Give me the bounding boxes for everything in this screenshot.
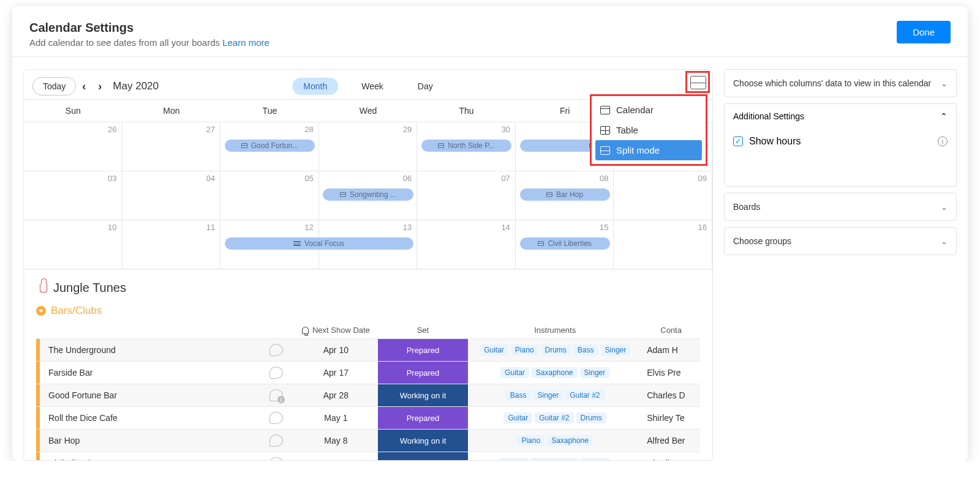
- done-button[interactable]: Done: [897, 21, 951, 43]
- groups-panel[interactable]: Choose groups ⌄: [724, 227, 957, 255]
- table-row[interactable]: Bar HopMay 8Working on itPianoSaxaphoneA…: [36, 430, 700, 452]
- tag[interactable]: Saxaphone: [532, 367, 578, 378]
- table-row[interactable]: Farside BarApr 17PreparedGuitarSaxaphone…: [36, 362, 700, 384]
- chat-icon[interactable]: [270, 412, 283, 424]
- status-cell[interactable]: Working on it: [378, 452, 468, 461]
- tag[interactable]: Singer: [580, 458, 610, 461]
- tag[interactable]: Piano: [517, 435, 545, 446]
- page-title: Calendar Settings: [29, 21, 270, 35]
- day-cell[interactable]: 05: [221, 171, 319, 220]
- dow-cell: Sun: [24, 100, 123, 122]
- tag[interactable]: Saxaphone: [547, 435, 593, 446]
- boards-panel[interactable]: Boards ⌄: [724, 193, 957, 221]
- group-header[interactable]: Bars/Clubs: [36, 305, 700, 317]
- layout-option-calendar[interactable]: Calendar: [595, 100, 702, 120]
- contact-cell: Elvis Pre: [642, 362, 700, 384]
- additional-settings-header[interactable]: Additional Settings ⌃: [725, 104, 956, 128]
- tag[interactable]: Saxaphone: [532, 458, 578, 461]
- table-icon: [600, 126, 610, 135]
- chat-icon[interactable]: [270, 367, 283, 379]
- show-hours-checkbox[interactable]: ✓: [733, 136, 743, 146]
- calendar-event[interactable]: Bar Hop: [520, 188, 610, 201]
- layout-option-table[interactable]: Table: [595, 120, 702, 140]
- tag[interactable]: Guitar: [480, 344, 508, 356]
- tags-cell: GuitarPianoDrumsBassSinger: [468, 339, 642, 362]
- tag[interactable]: Guitar #2: [535, 412, 573, 423]
- contact-cell: Alfred Ber: [642, 430, 700, 452]
- day-cell[interactable]: 07: [417, 171, 516, 220]
- tag[interactable]: Bass: [506, 390, 531, 401]
- status-cell[interactable]: Prepared: [378, 407, 468, 429]
- tag[interactable]: Drums: [541, 344, 571, 356]
- tag[interactable]: Singer: [601, 344, 631, 356]
- split-icon: [600, 146, 610, 155]
- day-cell[interactable]: 27: [123, 122, 221, 171]
- view-week[interactable]: Week: [350, 78, 394, 95]
- tag[interactable]: Singer: [533, 390, 564, 401]
- chat-icon[interactable]: [270, 457, 283, 461]
- chevron-up-icon: ⌃: [940, 111, 948, 121]
- dow-cell: Tue: [221, 100, 319, 122]
- tag[interactable]: Guitar: [503, 412, 532, 423]
- contact-cell: Adam H: [642, 339, 700, 362]
- chat-icon[interactable]: [270, 344, 283, 356]
- view-day[interactable]: Day: [407, 78, 444, 95]
- day-cell[interactable]: 10: [24, 220, 123, 269]
- columns-panel[interactable]: Choose which columns' data to view in th…: [724, 69, 957, 97]
- item-name: Good Fortune Bar: [40, 390, 270, 400]
- contact-cell: Charlie C: [642, 452, 700, 461]
- date-icon: [340, 192, 346, 197]
- status-cell[interactable]: Prepared: [378, 339, 468, 361]
- tag[interactable]: Guitar: [500, 367, 529, 378]
- date-cell: May 8: [294, 430, 378, 452]
- day-cell[interactable]: 29: [319, 122, 418, 171]
- item-name: Roll the Dice Cafe: [40, 413, 270, 423]
- item-name: Civil Liberties: [40, 458, 270, 461]
- table-row[interactable]: Civil LibertiesMay 15Working on itGuitar…: [36, 452, 700, 461]
- day-cell[interactable]: 11: [123, 220, 221, 269]
- status-cell[interactable]: Working on it: [378, 384, 468, 406]
- status-cell[interactable]: Working on it: [378, 430, 468, 452]
- date-icon: [538, 241, 544, 246]
- calendar-event[interactable]: Songwriting ...: [323, 188, 413, 201]
- table-row[interactable]: The UndergroundApr 10PreparedGuitarPiano…: [36, 339, 700, 362]
- bell-icon: [302, 327, 309, 334]
- next-month-button[interactable]: ›: [92, 80, 108, 93]
- learn-more-link[interactable]: Learn more: [222, 37, 270, 48]
- date-icon: [438, 143, 444, 148]
- table-row[interactable]: Roll the Dice CafeMay 1PreparedGuitarGui…: [36, 407, 700, 430]
- day-cell[interactable]: 03: [24, 171, 123, 220]
- tag[interactable]: Singer: [580, 367, 610, 378]
- calendar-event[interactable]: Good Fortun...: [225, 140, 315, 152]
- calendar-event[interactable]: North Side P...: [421, 140, 511, 152]
- day-cell[interactable]: 14: [417, 220, 516, 269]
- status-cell[interactable]: Prepared: [378, 362, 468, 384]
- table-row[interactable]: Good Fortune Bar1Apr 28Working on itBass…: [36, 384, 700, 407]
- info-icon[interactable]: i: [938, 136, 948, 146]
- prev-month-button[interactable]: ‹: [76, 80, 92, 93]
- tag[interactable]: Bass: [573, 344, 598, 356]
- tag[interactable]: Guitar #2: [565, 390, 604, 401]
- chat-icon[interactable]: [270, 434, 283, 447]
- day-cell[interactable]: 09: [614, 171, 712, 220]
- layout-option-split[interactable]: Split mode: [595, 140, 702, 160]
- calendar-event[interactable]: Civil Liberties: [520, 237, 610, 250]
- chat-icon[interactable]: 1: [270, 389, 283, 401]
- show-hours-row[interactable]: ✓ Show hours i: [725, 128, 956, 149]
- today-button[interactable]: Today: [32, 77, 76, 95]
- date-cell: Apr 28: [294, 384, 378, 407]
- chevron-down-icon: ⌄: [941, 79, 948, 88]
- tag[interactable]: Guitar: [500, 458, 529, 461]
- tags-cell: GuitarSaxaphoneSinger: [468, 362, 642, 384]
- week-row: 03040506070809Songwriting ...Bar Hop: [24, 171, 712, 220]
- tag[interactable]: Piano: [511, 344, 538, 356]
- layout-toggle-button[interactable]: [690, 76, 706, 89]
- day-cell[interactable]: 26: [24, 122, 123, 171]
- tag[interactable]: Drums: [576, 412, 606, 423]
- day-cell[interactable]: 16: [614, 220, 712, 269]
- calendar-event[interactable]: Vocal Focus: [225, 237, 413, 250]
- view-month[interactable]: Month: [292, 78, 338, 95]
- dow-cell: Thu: [417, 100, 516, 122]
- day-cell[interactable]: 04: [123, 171, 221, 220]
- item-name: Farside Bar: [40, 368, 270, 378]
